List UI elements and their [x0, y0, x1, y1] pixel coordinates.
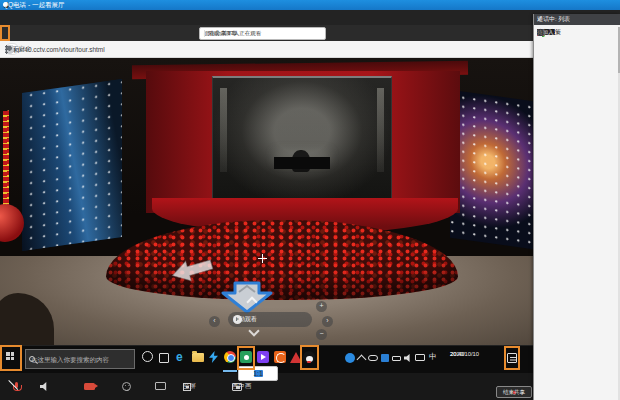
pan-left-button[interactable]: ‹ — [209, 316, 220, 327]
window-chrome-strip — [0, 10, 620, 25]
end-share-label: 结束共享 — [503, 389, 525, 396]
display-tray-icon[interactable] — [415, 354, 425, 361]
annotation-box-qq — [300, 345, 319, 370]
matlab-app-icon[interactable] — [274, 351, 286, 363]
member-row[interactable]: 米兰 待加入 — [534, 27, 539, 38]
file-explorer-icon[interactable] — [192, 353, 204, 362]
auto-tour-button[interactable]: 自动观看 — [228, 312, 312, 327]
screen-figure — [292, 150, 310, 172]
annotation-box-tab — [0, 25, 10, 41]
tray-app-icon[interactable] — [345, 353, 355, 363]
flower-bed — [106, 220, 458, 300]
auto-tour-label: 自动观看 — [233, 315, 257, 324]
onedrive-tray-icon[interactable] — [381, 354, 389, 362]
taskbar-search[interactable] — [25, 349, 135, 369]
media-player-icon[interactable] — [257, 351, 269, 363]
pan-right-button[interactable]: › — [322, 316, 333, 327]
screen-banner-right — [377, 88, 384, 172]
edge-icon[interactable]: e — [176, 351, 189, 364]
chrome-active-indicator — [223, 370, 237, 372]
browser-toolbar: ← → ▲ 不安全 ggkf40.cctv.com/vtour/tour.sht… — [0, 41, 533, 58]
call-members-panel: 通话中: 列表 × 刘海 — [533, 14, 620, 400]
red-banners — [3, 109, 31, 220]
virtual-tour-viewport[interactable]: 自动观看 ‹ › + − — [0, 58, 533, 345]
pan-up-button[interactable] — [246, 298, 260, 305]
member-list: 刘海 阳成 — [534, 27, 617, 297]
annotation-box-action-center — [504, 346, 520, 370]
scale-tooltip-label: 1:1 — [253, 370, 263, 377]
viewer-count: 阳成..等17人正在观看 — [204, 30, 261, 37]
pip-label: 画中画 — [232, 382, 252, 391]
fullscreen-label: 全屏 — [183, 382, 196, 391]
annotation-box-start — [0, 345, 22, 371]
cursor-crosshair — [258, 254, 267, 263]
share-screen-icon[interactable] — [155, 382, 166, 390]
right-galaxy-panel — [450, 90, 533, 251]
chrome-icon[interactable] — [224, 351, 236, 363]
camera-off-icon[interactable] — [84, 383, 95, 390]
url-text[interactable]: ggkf40.cctv.com/vtour/tour.shtml — [12, 46, 105, 53]
ime-indicator[interactable]: 中 — [429, 352, 442, 365]
end-share-button[interactable]: 结束共享 — [496, 386, 532, 398]
annotation-box-recorder — [237, 346, 255, 370]
left-galaxy-panel — [22, 79, 122, 251]
hotspot-arrow-down[interactable] — [219, 280, 275, 314]
pending-label: 待加入 — [537, 29, 554, 36]
zoom-in-button[interactable]: + — [316, 301, 327, 312]
qq-call-titlebar[interactable]: QQ电话 - 一起看展厅 — [0, 0, 620, 10]
pan-down-button[interactable] — [248, 330, 262, 337]
stage-screen — [212, 76, 392, 206]
clock-date: 2020/10/10 — [450, 350, 479, 358]
screen-banner-left — [220, 88, 227, 172]
panel-close-icon[interactable]: × — [537, 16, 541, 23]
window-title: QQ电话 - 一起看展厅 — [3, 1, 64, 10]
emoji-icon[interactable] — [122, 382, 131, 391]
browser-menu-icon[interactable] — [5, 45, 8, 54]
panel-header: 通话中: 列表 × — [534, 14, 620, 25]
cloud-tray-icon[interactable] — [368, 355, 378, 361]
task-view-icon[interactable] — [159, 353, 169, 363]
screen-share-banner[interactable]: 正在分享屏幕 00:06:57 阳成..等17人正在观看 — [199, 27, 326, 40]
battery-icon[interactable] — [392, 356, 401, 361]
cortana-icon[interactable] — [142, 351, 153, 362]
search-input[interactable] — [29, 355, 125, 364]
screen: QQ电话 - 一起看展厅 中国国家博物馆数字展厅 × 伟大的变革——庆祝改革开.… — [0, 0, 620, 400]
zoom-out-button[interactable]: − — [316, 329, 327, 340]
panel-title: 通话中: 列表 — [537, 15, 570, 24]
